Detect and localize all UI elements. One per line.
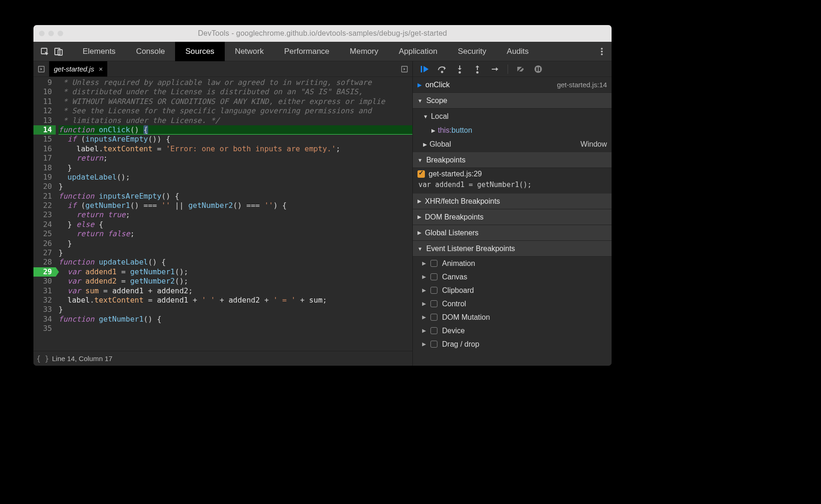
chevron-right-icon: ▶ bbox=[422, 260, 426, 266]
window-title: DevTools - googlechrome.github.io/devtoo… bbox=[33, 29, 612, 38]
svg-rect-1 bbox=[55, 48, 60, 55]
chevron-right-icon: ▶ bbox=[417, 214, 421, 220]
chevron-right-icon: ▶ bbox=[422, 287, 426, 293]
category-checkbox[interactable] bbox=[430, 260, 437, 267]
xhr-breakpoints-header[interactable]: ▶ XHR/fetch Breakpoints bbox=[413, 194, 612, 209]
callstack-function: onClick bbox=[425, 81, 450, 89]
step-icon[interactable] bbox=[490, 64, 500, 74]
breakpoint-checkbox[interactable] bbox=[417, 170, 425, 178]
event-category-drag-drop[interactable]: ▶Drag / drop bbox=[413, 337, 612, 351]
scope-local[interactable]: ▼ Local bbox=[413, 110, 612, 123]
tab-security[interactable]: Security bbox=[448, 42, 496, 61]
global-listeners-header[interactable]: ▶ Global Listeners bbox=[413, 225, 612, 241]
category-checkbox[interactable] bbox=[430, 327, 437, 334]
file-tab[interactable]: get-started.js × bbox=[49, 61, 107, 77]
scope-global[interactable]: ▶ Global Window bbox=[413, 137, 612, 151]
tab-network[interactable]: Network bbox=[225, 42, 274, 61]
device-toggle-icon[interactable] bbox=[54, 47, 63, 56]
category-checkbox[interactable] bbox=[430, 341, 437, 348]
svg-point-11 bbox=[476, 71, 479, 73]
tab-sources[interactable]: Sources bbox=[175, 42, 224, 61]
dom-breakpoints-header[interactable]: ▶ DOM Breakpoints bbox=[413, 209, 612, 225]
code-editor[interactable]: 9101112131415161718192021222324252627282… bbox=[33, 77, 412, 351]
inspect-icon[interactable] bbox=[40, 47, 49, 56]
navigator-toggle-icon[interactable] bbox=[33, 61, 49, 77]
tab-audits[interactable]: Audits bbox=[496, 42, 539, 61]
resume-icon[interactable] bbox=[419, 64, 430, 74]
svg-point-10 bbox=[459, 71, 461, 73]
devtools-window: DevTools - googlechrome.github.io/devtoo… bbox=[33, 25, 612, 366]
chevron-down-icon: ▼ bbox=[417, 246, 423, 252]
callstack-frame[interactable]: ▶ onClick get-started.js:14 bbox=[413, 77, 612, 93]
svg-point-3 bbox=[601, 48, 603, 50]
chevron-right-icon: ▶ bbox=[417, 230, 421, 236]
event-category-device[interactable]: ▶Device bbox=[413, 324, 612, 337]
pretty-print-icon[interactable]: { } bbox=[33, 355, 52, 363]
svg-point-4 bbox=[601, 51, 603, 52]
event-category-animation[interactable]: ▶Animation bbox=[413, 257, 612, 270]
event-category-canvas[interactable]: ▶Canvas bbox=[413, 270, 612, 284]
step-into-icon[interactable] bbox=[455, 64, 465, 74]
sources-panel: get-started.js × 91011121314151617181920… bbox=[33, 61, 413, 366]
deactivate-breakpoints-icon[interactable] bbox=[515, 64, 526, 74]
category-checkbox[interactable] bbox=[430, 287, 437, 294]
chevron-right-icon: ▶ bbox=[422, 274, 426, 280]
file-tab-name: get-started.js bbox=[54, 65, 94, 73]
chevron-right-icon: ▶ bbox=[423, 142, 427, 148]
chevron-right-icon: ▶ bbox=[422, 314, 426, 320]
svg-rect-8 bbox=[421, 66, 422, 72]
breakpoint-snippet: var addend1 = getNumber1(); bbox=[417, 181, 607, 189]
close-icon[interactable]: × bbox=[99, 65, 103, 73]
svg-point-13 bbox=[534, 65, 542, 73]
chevron-right-icon: ▶ bbox=[417, 198, 421, 204]
breakpoints-header[interactable]: ▼ Breakpoints bbox=[413, 152, 612, 168]
tab-console[interactable]: Console bbox=[126, 42, 175, 61]
pause-exceptions-icon[interactable] bbox=[533, 64, 543, 74]
event-category-dom-mutation[interactable]: ▶DOM Mutation bbox=[413, 310, 612, 324]
scope-this[interactable]: ▶ this: button bbox=[413, 123, 612, 137]
tab-performance[interactable]: Performance bbox=[274, 42, 339, 61]
svg-rect-14 bbox=[536, 67, 538, 71]
tab-application[interactable]: Application bbox=[389, 42, 448, 61]
chevron-right-icon: ▶ bbox=[422, 341, 426, 347]
chevron-down-icon: ▼ bbox=[417, 157, 423, 163]
cursor-position: Line 14, Column 17 bbox=[52, 355, 112, 362]
event-category-control[interactable]: ▶Control bbox=[413, 297, 612, 310]
file-tab-bar: get-started.js × bbox=[33, 61, 412, 77]
category-checkbox[interactable] bbox=[430, 273, 437, 280]
chevron-down-icon: ▼ bbox=[423, 114, 428, 119]
chevron-down-icon: ▼ bbox=[417, 98, 423, 103]
chevron-right-icon: ▶ bbox=[431, 128, 435, 134]
svg-point-5 bbox=[601, 53, 603, 55]
current-frame-icon: ▶ bbox=[417, 82, 422, 88]
debugger-toggle-icon[interactable] bbox=[397, 65, 412, 73]
svg-point-9 bbox=[441, 71, 443, 73]
debug-toolbar bbox=[413, 61, 612, 77]
status-bar: { } Line 14, Column 17 bbox=[33, 351, 412, 366]
event-category-clipboard[interactable]: ▶Clipboard bbox=[413, 284, 612, 297]
step-over-icon[interactable] bbox=[437, 64, 447, 74]
scope-header[interactable]: ▼ Scope bbox=[413, 93, 612, 109]
kebab-menu-icon[interactable] bbox=[595, 47, 609, 56]
breakpoint-location: get-started.js:29 bbox=[429, 170, 482, 178]
category-checkbox[interactable] bbox=[430, 300, 437, 307]
debugger-sidebar: ▶ onClick get-started.js:14 ▼ Scope ▼ Lo… bbox=[413, 61, 612, 366]
step-out-icon[interactable] bbox=[472, 64, 482, 74]
tab-elements[interactable]: Elements bbox=[72, 42, 126, 61]
callstack-location: get-started.js:14 bbox=[557, 81, 607, 89]
chevron-right-icon: ▶ bbox=[422, 328, 426, 334]
titlebar: DevTools - googlechrome.github.io/devtoo… bbox=[33, 25, 612, 42]
event-listener-header[interactable]: ▼ Event Listener Breakpoints bbox=[413, 241, 612, 257]
svg-rect-15 bbox=[539, 67, 540, 71]
main-tabs-row: ElementsConsoleSourcesNetworkPerformance… bbox=[33, 42, 612, 61]
chevron-right-icon: ▶ bbox=[422, 301, 426, 307]
breakpoint-item[interactable]: get-started.js:29 var addend1 = getNumbe… bbox=[413, 168, 612, 194]
category-checkbox[interactable] bbox=[430, 314, 437, 321]
tab-memory[interactable]: Memory bbox=[339, 42, 388, 61]
